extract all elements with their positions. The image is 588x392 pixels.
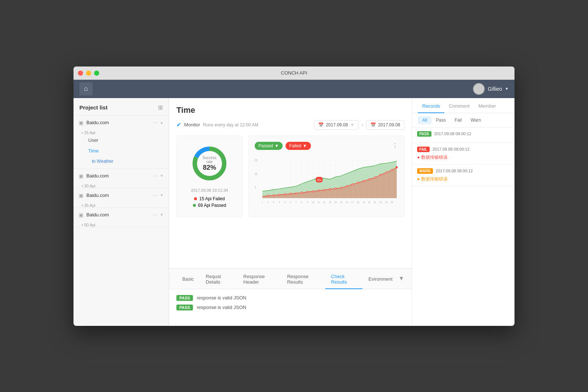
svg-text:9: 9	[307, 201, 308, 204]
svg-point-48	[363, 180, 364, 182]
project-item: ▣ Baidu.com ··· ▼ • 35 Api	[74, 188, 169, 208]
date-to-picker[interactable]: 📅 2017.09.08	[366, 120, 404, 130]
project-header[interactable]: ▣ Baidu.com ··· ▼	[74, 169, 169, 183]
chart-more-icon[interactable]: ⋮	[392, 142, 398, 149]
subtab-warn[interactable]: Warn	[466, 116, 485, 124]
svg-point-51	[380, 174, 381, 176]
svg-text:24: 24	[391, 201, 393, 204]
svg-text:6: 6	[290, 201, 291, 204]
check-row: PASS response is valid JSON	[176, 305, 404, 310]
api-item-user[interactable]: User	[74, 135, 169, 145]
svg-point-36	[295, 192, 297, 194]
project-name: Baidu.com	[86, 212, 109, 217]
svg-text:19: 19	[363, 201, 365, 204]
bottom-dropdown-icon[interactable]: ▼	[398, 275, 404, 282]
date-to-value: 2017.09.08	[378, 122, 400, 127]
project-header[interactable]: ▣ Baidu.com ··· ▼	[74, 188, 169, 202]
tab-member[interactable]: Member	[474, 98, 501, 113]
failed-filter-button[interactable]: Failed ▼	[286, 142, 311, 150]
record-error-text: 数据传输错误	[417, 154, 509, 161]
donut-chart: Success rate 82%	[189, 143, 230, 184]
close-button[interactable]	[78, 71, 83, 76]
record-item-pass: PASS 2017.09.08 08:00:12	[412, 127, 514, 143]
tab-check-results[interactable]: Check Results	[325, 269, 363, 289]
tab-records[interactable]: Records	[418, 98, 444, 113]
svg-text:11: 11	[318, 201, 320, 204]
svg-point-44	[341, 187, 342, 189]
svg-text:16: 16	[346, 201, 348, 204]
panel-subtabs: All Pass Fail Warn	[412, 113, 514, 127]
record-item-warn: WARN 2017.09.08 08:00:12 数据传输错误	[412, 165, 514, 186]
main-layout: Project list ⊞ ▣ Baidu.com ··· ▲ • 25 Ap…	[74, 98, 514, 326]
tab-basic[interactable]: Basic	[176, 271, 200, 286]
chevron-down-icon: ▼	[505, 87, 509, 91]
subtab-all[interactable]: All	[418, 116, 431, 124]
subtab-pass[interactable]: Pass	[431, 116, 450, 124]
tab-environment[interactable]: Evironment	[362, 271, 398, 286]
bottom-content: PASS response is valid JSON PASS respons…	[169, 289, 412, 326]
project-item: ▣ Baidu.com ··· ▲ • 25 Api User Time to …	[74, 116, 169, 169]
svg-text:15: 15	[255, 172, 257, 175]
monitor-status-icon: ✔	[176, 121, 181, 128]
svg-point-35	[290, 193, 291, 194]
expand-icon[interactable]: ▼	[160, 174, 164, 178]
calendar-icon: 📅	[318, 122, 324, 127]
svg-point-34	[284, 193, 285, 195]
api-item-time[interactable]: Time	[74, 145, 169, 156]
header: ⌂ Gillieo ▼	[74, 80, 514, 98]
svg-point-42	[329, 188, 330, 190]
tab-response-results[interactable]: Response Results	[281, 269, 325, 289]
svg-point-46	[352, 183, 353, 185]
passed-filter-button[interactable]: Passed ▼	[255, 142, 283, 150]
svg-point-39	[312, 190, 313, 192]
user-area[interactable]: Gillieo ▼	[473, 83, 509, 95]
fail-badge: FAIL	[417, 147, 430, 152]
passed-dot	[193, 204, 196, 207]
project-left: ▣ Baidu.com	[79, 193, 109, 198]
project-count: • 50 Api	[82, 222, 169, 227]
add-project-button[interactable]: ⊞	[158, 104, 163, 111]
failed-count: 15 Api Failed	[199, 196, 225, 201]
expand-icon[interactable]: ▼	[160, 213, 164, 217]
records-list: PASS 2017.09.08 08:00:12 FAIL 2017.09.08…	[412, 127, 514, 326]
donut-label: Success rate	[200, 155, 220, 163]
donut-value: 82%	[200, 163, 220, 171]
right-panel: Records Comment Member All Pass Fail War…	[412, 98, 514, 326]
date-from-value: 2017.09.08	[326, 122, 348, 127]
more-icon[interactable]: ···	[153, 119, 158, 126]
passed-count: 69 Api Passed	[198, 203, 226, 208]
sidebar-header: Project list ⊞	[74, 98, 169, 116]
svg-text:14: 14	[334, 201, 337, 204]
svg-point-45	[346, 185, 347, 187]
home-button[interactable]: ⌂	[79, 82, 93, 96]
more-icon[interactable]: ···	[153, 192, 158, 199]
subtab-fail[interactable]: Fail	[450, 116, 466, 124]
expand-icon[interactable]: ▼	[160, 193, 164, 197]
project-header[interactable]: ▣ Baidu.com ··· ▼	[74, 208, 169, 222]
home-icon: ⌂	[84, 85, 88, 93]
folder-icon: ▣	[79, 212, 83, 218]
more-icon[interactable]: ···	[153, 173, 158, 179]
project-header[interactable]: ▣ Baidu.com ··· ▲	[74, 116, 169, 130]
svg-point-47	[358, 182, 359, 184]
monitor-description: Runs every day at 12:00 AM	[203, 122, 258, 127]
project-name: Baidu.com	[86, 173, 109, 179]
svg-text:25: 25	[255, 158, 257, 162]
tab-request-details[interactable]: Requst Details	[200, 269, 237, 289]
project-name: Baidu.com	[86, 193, 109, 198]
project-count: • 25 Api	[82, 130, 169, 135]
project-item: ▣ Baidu.com ··· ▼ • 20 Api	[74, 169, 169, 188]
minimize-button[interactable]	[86, 71, 91, 76]
folder-icon: ▣	[79, 120, 83, 126]
more-icon[interactable]: ···	[153, 212, 158, 218]
svg-text:5: 5	[284, 201, 286, 204]
tab-response-header[interactable]: Response Header	[237, 269, 281, 289]
maximize-button[interactable]	[94, 71, 99, 76]
tab-comment[interactable]: Comment	[444, 98, 474, 113]
date-from-picker[interactable]: 📅 2017.09.08 ▼	[314, 120, 359, 130]
passed-stat: 69 Api Passed	[193, 203, 226, 208]
sidebar: Project list ⊞ ▣ Baidu.com ··· ▲ • 25 Ap…	[74, 98, 169, 326]
api-item-weather[interactable]: to Weather	[74, 156, 169, 166]
svg-text:21: 21	[374, 201, 376, 204]
expand-icon[interactable]: ▲	[160, 121, 164, 125]
